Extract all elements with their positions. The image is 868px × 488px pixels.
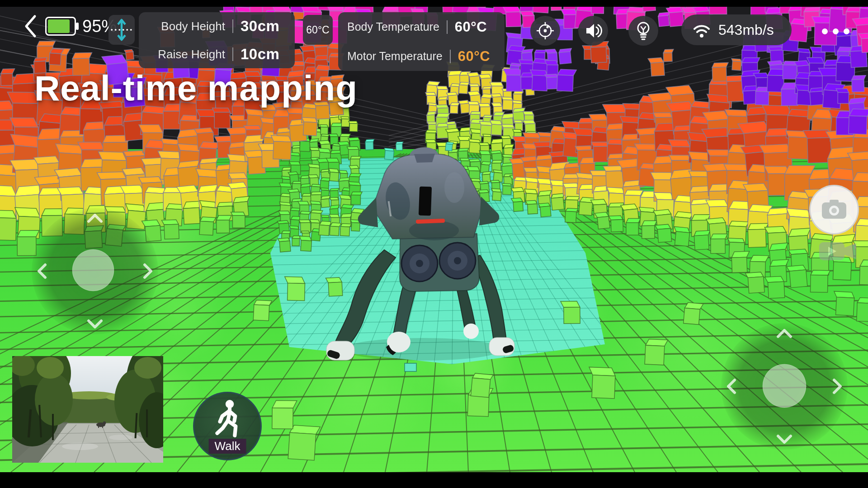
raise-height-row: Raise Height 10cm xyxy=(139,40,295,68)
body-height-label: Body Height xyxy=(148,19,225,33)
network-status: 543mb/s xyxy=(681,14,792,45)
video-camera-icon xyxy=(819,242,856,260)
temperature-chip-value: 60°C xyxy=(306,24,329,36)
left-joystick[interactable] xyxy=(28,204,162,338)
letterbox-top xyxy=(0,0,868,7)
ellipsis-icon xyxy=(822,28,828,34)
temperature-chip[interactable]: 60°C xyxy=(303,15,333,45)
target-crosshair-icon xyxy=(536,21,555,40)
walk-mode-label: Walk xyxy=(209,439,246,454)
height-adjust-icon xyxy=(110,17,133,42)
motor-temperature-value: 60°C xyxy=(458,48,505,65)
network-speed: 543mb/s xyxy=(718,22,774,38)
body-height-row: Body Height 30cm xyxy=(139,12,295,40)
raise-height-value: 10cm xyxy=(241,46,286,63)
chevron-left-icon xyxy=(23,14,38,38)
robot-dog-model xyxy=(321,147,515,364)
video-record-button[interactable] xyxy=(816,238,860,266)
raise-height-label: Raise Height xyxy=(148,47,225,61)
volume-button[interactable] xyxy=(578,16,608,46)
locate-button[interactable] xyxy=(530,16,560,46)
body-height-value: 30cm xyxy=(241,18,286,35)
battery-icon xyxy=(45,17,76,36)
speaker-icon xyxy=(584,21,603,40)
body-temperature-value: 60°C xyxy=(455,19,502,35)
more-menu-button[interactable] xyxy=(816,24,855,38)
camera-preview-image xyxy=(12,356,163,463)
right-joystick-knob[interactable] xyxy=(763,364,806,408)
page-title: Real-time mapping xyxy=(34,68,358,109)
camera-icon xyxy=(819,197,849,222)
body-temperature-row: Body Temperature 60°C xyxy=(338,12,505,42)
camera-shutter-button[interactable] xyxy=(809,185,859,235)
battery-indicator: 95% xyxy=(45,16,117,36)
lightbulb-icon xyxy=(634,21,653,41)
camera-preview[interactable] xyxy=(12,356,163,463)
height-status-panel: Body Height 30cm Raise Height 10cm xyxy=(139,12,295,68)
walking-person-icon xyxy=(210,399,248,440)
robot-control-screen: 95% Body Height 30cm Raise Height 10cm 6… xyxy=(0,0,868,488)
walk-mode-button[interactable]: Walk xyxy=(193,392,262,460)
letterbox-bottom xyxy=(0,472,868,488)
light-button[interactable] xyxy=(628,16,658,46)
right-joystick[interactable] xyxy=(717,319,851,453)
wifi-icon xyxy=(691,21,712,38)
motor-temperature-label: Motor Temperature xyxy=(347,50,443,63)
height-adjust-button[interactable] xyxy=(108,15,135,45)
left-joystick-knob[interactable] xyxy=(72,249,114,291)
temperature-status-panel: Body Temperature 60°C Motor Temperature … xyxy=(338,12,505,71)
back-button[interactable] xyxy=(20,14,42,39)
body-temperature-label: Body Temperature xyxy=(347,20,439,33)
motor-temperature-row: Motor Temperature 60°C xyxy=(338,42,505,71)
